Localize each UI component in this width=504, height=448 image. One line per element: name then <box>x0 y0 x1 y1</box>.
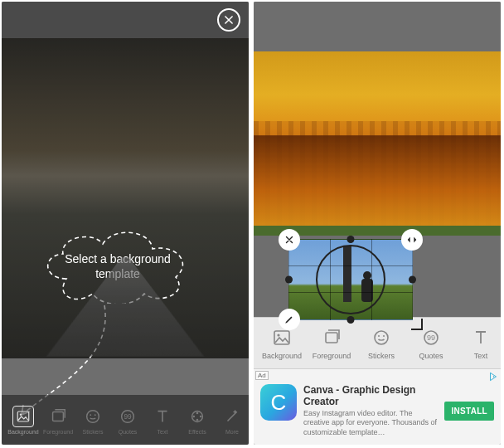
svg-point-12 <box>196 418 199 421</box>
left-topbar <box>2 2 249 38</box>
svg-point-14 <box>277 334 279 336</box>
tool-foreground[interactable]: Foreground <box>308 326 355 360</box>
tool-label: Quotes <box>119 429 138 435</box>
background-photo[interactable] <box>254 51 501 226</box>
flip-icon <box>406 234 418 246</box>
tool-label: Quotes <box>419 352 443 360</box>
ad-badge: Ad <box>255 371 269 380</box>
svg-point-9 <box>196 411 199 414</box>
svg-point-1 <box>20 413 22 415</box>
svg-rect-0 <box>17 411 29 421</box>
svg-point-21 <box>493 376 494 377</box>
quotes-icon: 99 <box>117 406 138 427</box>
layer-flip-button[interactable] <box>401 229 423 251</box>
svg-point-10 <box>193 415 196 417</box>
close-button[interactable] <box>217 8 240 32</box>
ad-banner[interactable]: Ad C Canva - Graphic Design Creator Easy… <box>254 368 501 445</box>
layer-delete-button[interactable] <box>279 229 300 251</box>
left-screen: Select a background template Background … <box>2 2 249 445</box>
svg-point-3 <box>87 410 99 422</box>
rotate-ring[interactable] <box>316 245 385 314</box>
right-screen: Background Foreground Stickers 99 Quotes… <box>254 2 501 445</box>
tool-quotes[interactable]: 99 Quotes <box>408 326 454 360</box>
close-icon <box>284 234 295 246</box>
tool-label: Stickers <box>368 352 395 360</box>
tool-stickers[interactable]: Stickers <box>358 326 405 360</box>
film-icon <box>187 406 208 427</box>
face-icon <box>370 326 393 349</box>
resize-handle[interactable] <box>411 319 423 330</box>
image-stack-icon <box>47 406 69 427</box>
tool-text[interactable]: Text <box>458 326 501 360</box>
image-icon <box>12 406 34 427</box>
left-toolbar: Background Foreground Stickers 99 Quotes… <box>2 395 249 445</box>
svg-point-5 <box>94 414 96 416</box>
svg-text:99: 99 <box>427 334 435 342</box>
tool-label: Foreground <box>313 352 351 360</box>
tool-foreground[interactable]: Foreground <box>41 406 75 435</box>
ad-install-button[interactable]: INSTALL <box>444 402 494 421</box>
tool-background[interactable]: Background <box>7 406 40 435</box>
tool-stickers[interactable]: Stickers <box>76 406 109 435</box>
tool-label: Background <box>7 429 38 435</box>
svg-point-4 <box>90 414 91 416</box>
tool-more[interactable]: More <box>216 406 249 435</box>
tool-text[interactable]: Text <box>146 406 179 435</box>
svg-rect-13 <box>274 331 289 344</box>
wand-icon <box>221 406 243 427</box>
ad-text: Canva - Graphic Design Creator Easy Inst… <box>303 384 438 438</box>
svg-point-16 <box>375 331 388 344</box>
right-canvas[interactable] <box>254 2 501 317</box>
text-icon <box>152 406 173 427</box>
svg-text:99: 99 <box>124 412 132 420</box>
ad-title: Canva - Graphic Design Creator <box>303 384 438 407</box>
image-stack-icon <box>320 326 343 349</box>
ad-close-button[interactable] <box>487 371 499 382</box>
svg-point-11 <box>200 415 202 417</box>
foreground-layer[interactable] <box>288 239 413 320</box>
svg-rect-2 <box>53 411 64 421</box>
tool-label: Foreground <box>43 429 73 435</box>
tool-label: More <box>225 429 239 435</box>
layer-edit-button[interactable] <box>279 309 300 330</box>
handle-bottom[interactable] <box>347 316 355 324</box>
adchoices-icon <box>487 371 499 382</box>
tool-quotes[interactable]: 99 Quotes <box>111 406 144 435</box>
svg-rect-15 <box>326 333 337 343</box>
svg-point-18 <box>383 335 385 337</box>
handle-left[interactable] <box>285 276 293 284</box>
handle-right[interactable] <box>409 276 416 284</box>
hint-text: Select a background template <box>35 229 201 304</box>
text-icon <box>469 326 492 349</box>
face-icon <box>82 406 104 427</box>
tool-label: Stickers <box>83 429 104 435</box>
tool-background[interactable]: Background <box>259 326 305 360</box>
ad-app-icon: C <box>260 384 297 421</box>
hint-bubble: Select a background template <box>35 229 201 304</box>
svg-point-17 <box>378 335 380 337</box>
tool-label: Text <box>474 352 488 360</box>
pencil-icon <box>284 314 295 325</box>
handle-top[interactable] <box>347 236 355 243</box>
tool-label: Background <box>262 352 302 360</box>
tool-label: Text <box>158 429 168 435</box>
ad-body: Easy Instagram video editor. The creativ… <box>303 409 438 437</box>
tool-label: Effects <box>188 429 206 435</box>
left-canvas: Select a background template <box>2 38 249 358</box>
close-icon <box>223 14 235 26</box>
tool-effects[interactable]: Effects <box>181 406 214 435</box>
quotes-icon: 99 <box>419 326 443 349</box>
ad-logo-letter: C <box>271 390 287 416</box>
